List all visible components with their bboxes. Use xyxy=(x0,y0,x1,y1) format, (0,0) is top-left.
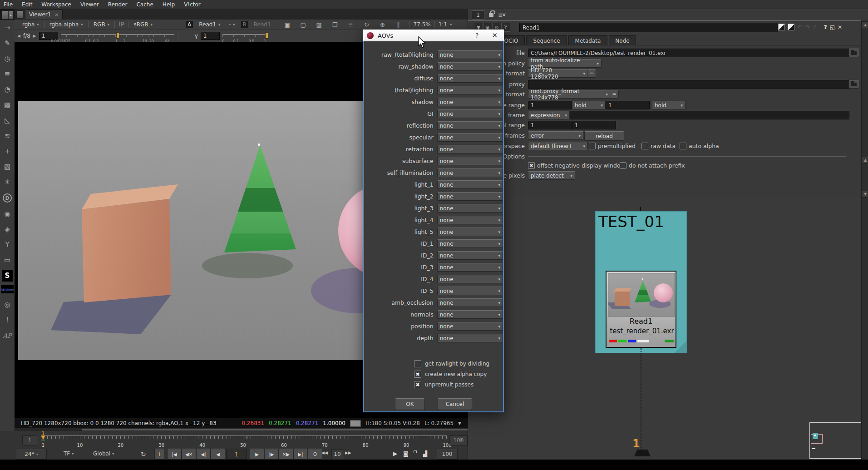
viewer-hscroll-thumb[interactable] xyxy=(82,429,468,430)
frame-increment-input[interactable]: 10 xyxy=(331,449,343,459)
unlock-icon[interactable] xyxy=(489,13,493,17)
node-name-field[interactable]: Read1 xyxy=(519,23,778,32)
wipe-icon[interactable]: ▨ xyxy=(314,21,325,28)
aov-layer-dropdown[interactable]: none xyxy=(437,121,503,130)
menu-item[interactable]: Render xyxy=(108,1,128,8)
status-expand-icon[interactable]: ▼ xyxy=(458,421,461,425)
tab-node[interactable]: Node xyxy=(609,35,636,45)
read-node[interactable]: Read1 test_render_01.exr xyxy=(606,271,676,348)
aov-layer-dropdown[interactable]: none xyxy=(437,204,503,213)
aov-layer-dropdown[interactable]: none xyxy=(437,263,503,272)
step-forward-icon[interactable]: ▶▶ xyxy=(345,450,351,455)
prev-stop-button[interactable]: ◀ xyxy=(17,34,20,38)
proxy-format-equals-button[interactable]: = xyxy=(610,90,619,99)
aov-layer-dropdown[interactable]: none xyxy=(437,145,503,153)
proxy-input[interactable] xyxy=(528,80,849,89)
scroll-up-icon[interactable]: ▲ xyxy=(862,157,868,163)
time-icon[interactable]: ◷ xyxy=(0,51,15,66)
merge-icon[interactable]: ≋ xyxy=(0,128,15,143)
offset-negative-checkbox[interactable] xyxy=(528,162,535,169)
ok-button[interactable]: OK xyxy=(395,398,425,410)
3d-icon[interactable]: ▧ xyxy=(0,159,15,174)
node-graph[interactable]: TEST_01 Read1 test_render_01.exr 1 xyxy=(468,198,861,460)
color-icon[interactable]: ◔ xyxy=(0,82,15,97)
aov-layer-dropdown[interactable]: none xyxy=(437,239,503,248)
pane-content-icon[interactable] xyxy=(16,10,23,19)
aov-layer-dropdown[interactable]: none xyxy=(437,192,503,201)
reload-button[interactable]: reload xyxy=(584,131,624,141)
image-icon[interactable]: → xyxy=(0,20,15,35)
float-window-icon[interactable]: ◱ xyxy=(830,24,835,30)
timecode-dropdown[interactable]: TF xyxy=(64,450,74,457)
swap-colors-icon[interactable] xyxy=(778,24,785,30)
channels-dropdown[interactable]: rgba xyxy=(18,20,43,30)
roi-icon[interactable]: ⊕ xyxy=(377,21,388,28)
edge-pixels-dropdown[interactable]: plate detect xyxy=(528,171,575,180)
aov-layer-dropdown[interactable]: none xyxy=(437,275,503,283)
display-style-dropdown[interactable]: RGB xyxy=(89,20,113,30)
aov-layer-dropdown[interactable]: none xyxy=(437,298,503,307)
pane-menu-button[interactable] xyxy=(1,10,8,20)
close-icon[interactable]: ✕ xyxy=(54,12,58,17)
transport-forward-button[interactable]: O xyxy=(308,449,322,460)
gain-input[interactable]: 1 xyxy=(39,32,58,40)
other-icon[interactable]: ▭ xyxy=(0,252,15,268)
node-color-icon[interactable] xyxy=(788,24,794,30)
raw-data-checkbox[interactable] xyxy=(641,143,648,149)
range-in-input[interactable]: 1 xyxy=(528,101,572,109)
stack-icon[interactable]: ≡ xyxy=(345,21,356,28)
transport-back-button[interactable]: ◀| xyxy=(196,449,211,460)
undo-icon[interactable]: ↶ xyxy=(797,24,802,30)
node-graph-minimap[interactable] xyxy=(809,422,861,459)
proxy-ratio[interactable]: 1:1 xyxy=(436,21,450,28)
checkbox[interactable] xyxy=(414,381,421,388)
pane-split-button[interactable]: ▸ xyxy=(8,10,14,20)
record-icon[interactable]: ◙ xyxy=(403,450,409,457)
format-dropdown[interactable]: HD_720 1280x720 xyxy=(528,69,588,78)
gain-slider[interactable]: 0.00156250.10.212102064 xyxy=(61,32,174,40)
menu-item[interactable]: Viewer xyxy=(80,1,99,8)
transform-icon[interactable]: + xyxy=(0,143,15,159)
transport-forward-button[interactable]: ▶ xyxy=(250,449,264,460)
dialog-help-icon[interactable]: ? xyxy=(469,32,485,39)
viewer-node[interactable] xyxy=(634,450,651,456)
aov-layer-dropdown[interactable]: none xyxy=(437,168,503,177)
aov-layer-dropdown[interactable]: none xyxy=(437,180,503,189)
views-icon[interactable]: ◉ xyxy=(0,206,15,222)
checkbox[interactable] xyxy=(414,360,421,367)
fullframe-icon[interactable]: ▢ xyxy=(298,21,309,28)
close-all-panels-icon[interactable]: ≡✕ xyxy=(498,12,505,18)
transport-back-button[interactable]: |◀ xyxy=(167,449,182,460)
scroll-up-icon[interactable]: ▲ xyxy=(862,21,868,28)
particles-icon[interactable]: ✳ xyxy=(0,174,15,190)
dialog-close-icon[interactable]: ✕ xyxy=(489,31,500,40)
playhead[interactable]: 1 xyxy=(41,431,45,440)
no-prefix-checkbox[interactable] xyxy=(620,162,626,169)
frame-expression-input[interactable] xyxy=(570,111,849,119)
gamma-slider[interactable]: 00.10.51 xyxy=(222,32,268,40)
localization-policy-dropdown[interactable]: from auto-localize path xyxy=(528,59,602,68)
revert-icon[interactable]: ↱ xyxy=(813,24,818,30)
menu-item[interactable]: Edit xyxy=(22,1,32,8)
wipe-mode-dropdown[interactable]: - xyxy=(225,20,239,30)
cancel-button[interactable]: Cancel xyxy=(438,398,472,410)
aov-layer-dropdown[interactable]: none xyxy=(437,86,503,94)
input-process-toggle[interactable]: IP xyxy=(116,21,127,28)
folder-icon[interactable] xyxy=(848,49,859,57)
current-frame-input[interactable]: 1 xyxy=(226,449,247,460)
max-panels-input[interactable]: 1 xyxy=(472,10,484,20)
aov-layer-dropdown[interactable]: none xyxy=(437,133,503,142)
gamma-input[interactable]: 1 xyxy=(201,32,220,40)
range-mode-dropdown[interactable]: Global xyxy=(93,450,114,457)
twixtor-icon[interactable]: ◎ xyxy=(0,297,15,312)
aov-layer-dropdown[interactable]: none xyxy=(437,216,503,224)
aov-layer-dropdown[interactable]: none xyxy=(437,287,503,295)
close-panel-icon[interactable]: ✕ xyxy=(838,24,842,30)
range-out-mode-dropdown[interactable]: hold xyxy=(652,101,686,109)
transport-forward-button[interactable]: ▶| xyxy=(293,449,308,460)
frame-mode-dropdown[interactable]: expression xyxy=(528,111,570,119)
dialog-title-bar[interactable]: AOVs ? ✕ xyxy=(363,30,504,41)
frame-ruler[interactable]: 1102030405060708090100 1 xyxy=(43,435,447,443)
revision-icon[interactable]: RE:Vision xyxy=(1,285,14,293)
transport-forward-button[interactable]: |▶ xyxy=(264,449,279,460)
